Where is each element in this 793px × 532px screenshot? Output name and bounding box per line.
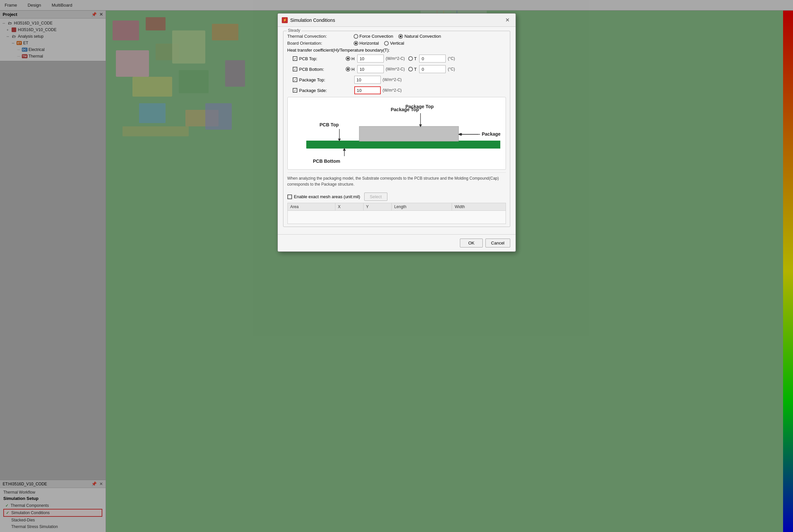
cancel-button[interactable]: Cancel	[485, 239, 510, 247]
dialog-close-btn[interactable]: ✕	[503, 16, 512, 24]
package-top-h-input[interactable]	[354, 76, 381, 84]
vertical-radio[interactable]: Vertical	[384, 41, 404, 46]
force-convection-radio[interactable]: Force Convection	[354, 34, 393, 39]
package-side-h-input[interactable]	[354, 87, 381, 94]
mesh-table-header: Area X Y Length Width	[288, 203, 505, 211]
horizontal-circle	[354, 41, 358, 46]
pcb-diagram-inner: Package Top	[293, 102, 500, 164]
title-icon-text: ⚡	[283, 18, 287, 22]
pcb-bottom-h-unit: (W/m^2-C)	[386, 67, 405, 72]
pcb-bottom-t-radio[interactable]: T	[408, 67, 417, 72]
board-orientation-row: Board Orientation: Horizontal Vertical	[288, 41, 506, 46]
pcb-bottom-h-label: H	[352, 67, 355, 72]
pcb-top-checkbox[interactable]: PCB Top:	[293, 56, 346, 61]
convection-radio-group: Force Convection Natural Convection	[354, 34, 441, 39]
table-col-width: Width	[452, 203, 505, 211]
svg-rect-19	[306, 140, 500, 149]
table-col-x: X	[335, 203, 363, 211]
mesh-table-body	[288, 211, 505, 224]
pcb-top-h-radio[interactable]: H	[346, 56, 355, 61]
package-top-checkbox[interactable]: Package Top:	[293, 77, 346, 82]
force-convection-circle	[354, 34, 358, 39]
table-col-area: Area	[288, 203, 335, 211]
table-empty-cell	[288, 211, 505, 224]
pcb-top-t-unit: (°C)	[448, 56, 455, 61]
heat-transfer-row: Heat transfer coefficient(H)/Temperature…	[288, 48, 506, 53]
simulation-conditions-dialog: ⚡ Simulation Conditions ✕ Steady Thermal…	[277, 13, 516, 252]
package-top-label: Package Top:	[299, 77, 326, 82]
svg-text:Package Side: Package Side	[482, 131, 500, 137]
diagram-svg: PCB Top Package Top PCB Bottom Package S…	[293, 102, 500, 164]
package-side-h-unit: (W/m^2-C)	[383, 88, 402, 93]
modal-overlay: ⚡ Simulation Conditions ✕ Steady Thermal…	[0, 0, 793, 532]
pcb-top-row: PCB Top: H (W/m^2-C) T (°C)	[293, 55, 506, 62]
natural-convection-circle	[398, 34, 403, 39]
pcb-bottom-t-input[interactable]	[419, 65, 446, 73]
pcb-top-label: PCB Top:	[299, 56, 317, 61]
dialog-title-icon: ⚡	[282, 17, 288, 23]
dialog-body: Steady Thermal Convection: Force Convect…	[278, 27, 516, 234]
dialog-footer: OK Cancel	[278, 234, 516, 251]
pcb-bottom-h-radio[interactable]: H	[346, 67, 355, 72]
pcb-bottom-h-circle	[346, 67, 350, 72]
thermal-convection-label: Thermal Convection:	[288, 34, 354, 39]
force-convection-label: Force Convection	[359, 34, 393, 39]
steady-group: Steady Thermal Convection: Force Convect…	[283, 31, 510, 227]
vertical-label: Vertical	[390, 41, 404, 46]
mesh-enable-checkbox[interactable]: Enable exact mesh areas (unit:mil)	[288, 194, 360, 199]
svg-text:PCB Top: PCB Top	[319, 122, 339, 127]
horizontal-radio[interactable]: Horizontal	[354, 41, 379, 46]
package-top-h-unit: (W/m^2-C)	[383, 77, 402, 82]
pcb-bottom-t-label: T	[414, 67, 417, 72]
pcb-top-h-label: H	[352, 56, 355, 61]
thermal-convection-row: Thermal Convection: Force Convection Nat…	[288, 34, 506, 39]
pcb-bottom-label: PCB Bottom:	[299, 67, 324, 72]
package-top-row: Package Top: (W/m^2-C)	[293, 76, 506, 84]
package-side-checkbox-box	[293, 88, 297, 93]
vertical-circle	[384, 41, 389, 46]
pcb-top-t-radio[interactable]: T	[408, 56, 417, 61]
mesh-enable-label: Enable exact mesh areas (unit:mil)	[294, 194, 360, 199]
natural-convection-label: Natural Convection	[404, 34, 441, 39]
dialog-titlebar: ⚡ Simulation Conditions ✕	[278, 14, 516, 27]
pcb-bottom-h-input[interactable]	[357, 65, 384, 73]
pcb-bottom-checkbox[interactable]: PCB Bottom:	[293, 67, 346, 72]
heat-transfer-label: Heat transfer coefficient(H)/Temperature…	[288, 48, 390, 53]
mesh-table: Area X Y Length Width	[288, 203, 506, 224]
svg-marker-30	[459, 133, 462, 136]
board-orientation-label: Board Orientation:	[288, 41, 354, 46]
pcb-top-t-circle	[408, 56, 413, 61]
package-side-checkbox[interactable]: Package Side:	[293, 88, 346, 93]
natural-convection-radio[interactable]: Natural Convection	[398, 34, 441, 39]
mesh-enable-checkbox-box	[288, 194, 292, 199]
svg-rect-20	[359, 126, 459, 141]
pcb-bottom-t-unit: (°C)	[448, 67, 455, 72]
pcb-top-h-circle	[346, 56, 350, 61]
pcb-top-checkbox-box	[293, 56, 297, 61]
package-side-row: Package Side: (W/m^2-C)	[293, 87, 506, 94]
mesh-enable-row: Enable exact mesh areas (unit:mil) Selec…	[288, 193, 506, 201]
package-side-label: Package Side:	[299, 88, 327, 93]
table-col-length: Length	[391, 203, 452, 211]
horizontal-label: Horizontal	[359, 41, 379, 46]
pcb-bottom-checkbox-box	[293, 67, 297, 72]
ok-button[interactable]: OK	[460, 239, 483, 247]
steady-legend: Steady	[287, 28, 302, 33]
pcb-top-h-input[interactable]	[357, 55, 384, 62]
pcb-top-h-unit: (W/m^2-C)	[386, 56, 405, 61]
table-col-y: Y	[363, 203, 391, 211]
pcb-top-t-label: T	[414, 56, 417, 61]
table-row-empty	[288, 211, 505, 224]
pcb-diagram: Package Top	[288, 97, 506, 170]
description-text: When analyzing the packaging model, the …	[288, 172, 506, 190]
package-top-checkbox-box	[293, 77, 297, 82]
svg-text:PCB Bottom: PCB Bottom	[313, 158, 340, 164]
svg-text:Package Top: Package Top	[391, 107, 419, 112]
select-button[interactable]: Select	[364, 193, 387, 201]
pcb-bottom-row: PCB Bottom: H (W/m^2-C) T (°C)	[293, 65, 506, 73]
pcb-bottom-t-circle	[408, 67, 413, 72]
pcb-top-t-input[interactable]	[419, 55, 446, 62]
orientation-radio-group: Horizontal Vertical	[354, 41, 404, 46]
dialog-title: ⚡ Simulation Conditions	[282, 17, 335, 23]
dialog-title-text: Simulation Conditions	[290, 18, 335, 23]
